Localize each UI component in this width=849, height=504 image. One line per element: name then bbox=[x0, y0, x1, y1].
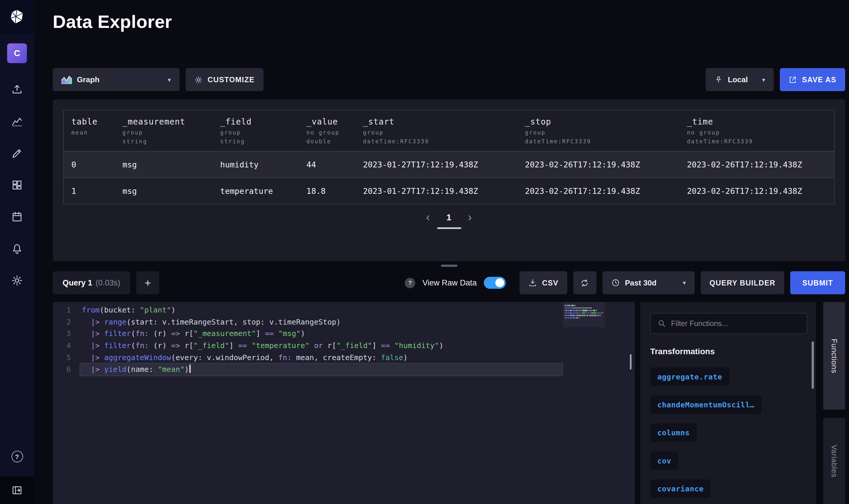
minimap-line bbox=[565, 307, 603, 309]
nav-item-data-explorer[interactable] bbox=[11, 115, 24, 128]
minimap[interactable] bbox=[563, 302, 604, 504]
nav-item-expand-sidebar[interactable] bbox=[0, 477, 34, 504]
code-line[interactable]: |> range(start: v.timeRangeStart, stop: … bbox=[80, 316, 562, 328]
expand-panel-icon bbox=[11, 484, 23, 497]
export-icon bbox=[789, 75, 797, 84]
add-query-button[interactable]: + bbox=[136, 271, 160, 294]
line-number: 4 bbox=[53, 340, 80, 352]
chevron-down-icon: ▾ bbox=[168, 76, 171, 83]
next-page-button[interactable]: › bbox=[468, 212, 472, 223]
code-line[interactable]: |> yield(name: "mean") bbox=[80, 364, 562, 376]
nav-item-tasks[interactable] bbox=[11, 210, 24, 223]
help-icon[interactable]: ? bbox=[11, 451, 23, 462]
csv-label: CSV bbox=[542, 279, 558, 287]
nav-item-alerts[interactable] bbox=[11, 242, 24, 255]
table-row[interactable]: 1msgtemperature18.82023-01-27T17:12:19.4… bbox=[64, 177, 834, 204]
query-duration: (0.03s) bbox=[95, 278, 120, 287]
save-location-dropdown[interactable]: Local ▾ bbox=[706, 68, 774, 91]
sidebar: C bbox=[0, 0, 34, 504]
clock-icon bbox=[611, 278, 620, 287]
minimap-line bbox=[565, 312, 603, 314]
column-header[interactable]: _fieldgroupstring bbox=[212, 110, 299, 151]
function-item[interactable]: aggregate.rate bbox=[650, 367, 729, 386]
refresh-button[interactable] bbox=[573, 271, 596, 294]
tab-variables[interactable]: Variables bbox=[823, 418, 845, 504]
line-number: 2 bbox=[53, 316, 80, 328]
time-range-dropdown[interactable]: Past 30d ▾ bbox=[602, 271, 695, 294]
column-header[interactable]: _startgroupdateTime:RFC3339 bbox=[355, 110, 517, 151]
pin-icon bbox=[715, 75, 723, 84]
function-item[interactable]: covariance bbox=[650, 479, 711, 498]
current-page: 1 bbox=[447, 212, 452, 222]
table-header-row: tablemean_measurementgroupstring_fieldgr… bbox=[64, 110, 834, 151]
minimap-line bbox=[565, 317, 603, 319]
function-item[interactable]: columns bbox=[650, 423, 697, 442]
text-cursor bbox=[189, 365, 191, 373]
download-icon bbox=[528, 278, 537, 287]
function-item[interactable]: chandeMomentumOscill… bbox=[650, 395, 761, 414]
column-header[interactable]: tablemean bbox=[64, 110, 115, 151]
submit-button[interactable]: SUBMIT bbox=[790, 271, 845, 294]
influxdb-logo[interactable] bbox=[0, 0, 34, 34]
prev-page-button[interactable]: ‹ bbox=[426, 212, 430, 223]
raw-data-panel: tablemean_measurementgroupstring_fieldgr… bbox=[53, 99, 845, 261]
query-builder-button[interactable]: QUERY BUILDER bbox=[701, 271, 784, 294]
line-numbers: 123456 bbox=[53, 302, 80, 504]
nav-item-notebooks[interactable] bbox=[11, 147, 24, 160]
sidebar-bottom: ? bbox=[0, 451, 34, 504]
code-line[interactable]: from(bucket: "plant") bbox=[80, 304, 562, 316]
customize-button[interactable]: CUSTOMIZE bbox=[186, 68, 264, 91]
viz-type-label: Graph bbox=[77, 75, 100, 84]
query-tab[interactable]: Query 1 (0.03s) bbox=[53, 271, 130, 294]
save-as-button[interactable]: SAVE AS bbox=[780, 68, 845, 91]
column-header[interactable]: _timeno groupdateTime:RFC3339 bbox=[679, 110, 834, 151]
toggle-knob bbox=[495, 278, 504, 287]
search-input[interactable] bbox=[671, 319, 800, 327]
raw-data-table: tablemean_measurementgroupstring_fieldgr… bbox=[63, 110, 835, 204]
nav-item-dashboards[interactable] bbox=[11, 179, 24, 192]
minimap-line bbox=[565, 305, 603, 306]
code-line[interactable]: |> filter(fn: (r) => r["_field"] == "tem… bbox=[80, 340, 562, 352]
line-chart-icon bbox=[11, 115, 23, 127]
help-glyph: ? bbox=[408, 279, 412, 286]
customize-label: CUSTOMIZE bbox=[208, 75, 255, 84]
functions-list: aggregate.ratechandeMomentumOscill…colum… bbox=[650, 367, 807, 498]
gear-icon bbox=[195, 75, 203, 84]
query-toolbar: Query 1 (0.03s) + ? View Raw Data CSV bbox=[53, 271, 845, 294]
nav-item-load-data[interactable] bbox=[11, 83, 24, 96]
function-item[interactable]: cov bbox=[650, 451, 678, 470]
nav-item-settings[interactable] bbox=[11, 274, 24, 287]
column-header[interactable]: _measurementgroupstring bbox=[115, 110, 213, 151]
view-raw-data-toggle[interactable] bbox=[484, 277, 506, 289]
csv-button[interactable]: CSV bbox=[520, 271, 567, 294]
gear-icon bbox=[11, 275, 23, 287]
dashboards-grid-icon bbox=[11, 179, 23, 191]
code-line[interactable]: |> aggregateWindow(every: v.windowPeriod… bbox=[80, 352, 562, 364]
functions-section-title: Transformations bbox=[650, 346, 807, 356]
flux-editor[interactable]: 123456 from(bucket: "plant") |> range(st… bbox=[53, 302, 635, 504]
panel-resize-handle[interactable] bbox=[441, 265, 457, 267]
code-line[interactable]: |> filter(fn: (r) => r["_measurement"] =… bbox=[80, 328, 562, 340]
raw-data-help-icon[interactable]: ? bbox=[405, 277, 415, 288]
viz-type-dropdown[interactable]: Graph ▾ bbox=[53, 68, 180, 91]
minimap-line bbox=[565, 314, 603, 316]
editor-scrollbar[interactable] bbox=[630, 354, 632, 370]
column-header[interactable]: _stopgroupdateTime:RFC3339 bbox=[517, 110, 679, 151]
graph-type-icon bbox=[61, 75, 72, 84]
influxdb-logo-icon bbox=[9, 9, 25, 25]
calendar-icon bbox=[11, 211, 23, 223]
functions-scrollbar[interactable] bbox=[812, 342, 814, 389]
chevron-down-icon: ▾ bbox=[762, 76, 765, 83]
view-raw-data-label: View Raw Data bbox=[422, 278, 477, 287]
tab-functions[interactable]: Functions bbox=[823, 302, 845, 410]
query-workspace: 123456 from(bucket: "plant") |> range(st… bbox=[53, 302, 845, 504]
column-header[interactable]: _valueno groupdouble bbox=[299, 110, 356, 151]
sidebar-nav bbox=[11, 83, 24, 287]
main-content: Data Explorer Graph ▾ CUSTOMIZE bbox=[34, 0, 849, 504]
visualization-toolbar: Graph ▾ CUSTOMIZE Local ▾ bbox=[53, 68, 845, 91]
table-row[interactable]: 0msghumidity442023-01-27T17:12:19.438Z20… bbox=[64, 151, 834, 177]
table-body: 0msghumidity442023-01-27T17:12:19.438Z20… bbox=[64, 151, 834, 203]
org-avatar[interactable]: C bbox=[7, 43, 27, 63]
save-as-label: SAVE AS bbox=[802, 75, 836, 84]
query-tab-label: Query 1 bbox=[62, 278, 92, 287]
